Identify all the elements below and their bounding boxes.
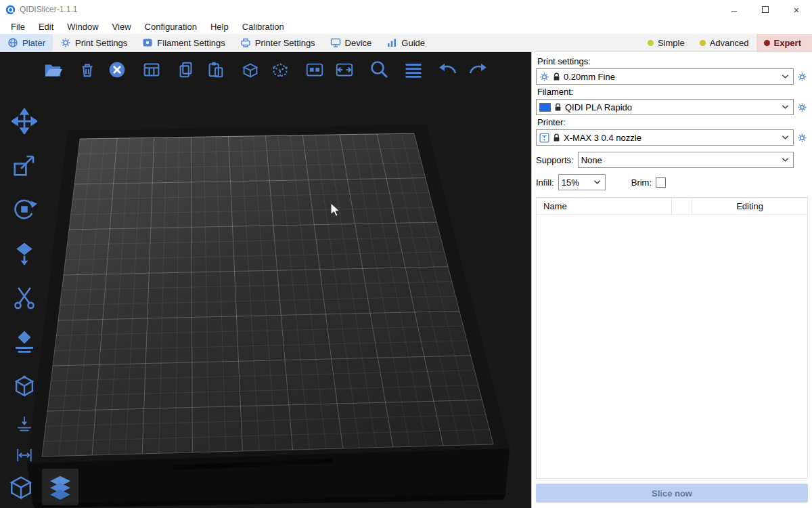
menu-calibration[interactable]: Calibration bbox=[235, 22, 291, 32]
supports-combo[interactable]: None bbox=[578, 152, 794, 168]
brim-checkbox[interactable] bbox=[656, 177, 666, 188]
tools-toolbar bbox=[5, 105, 43, 465]
menu-edit[interactable]: Edit bbox=[32, 22, 60, 32]
object-list-header: Name Editing bbox=[537, 198, 807, 215]
expert-mode-dot-icon bbox=[764, 40, 770, 46]
copy-button[interactable] bbox=[174, 58, 198, 82]
infill-combo[interactable]: 15% bbox=[558, 174, 606, 190]
3d-view-button[interactable] bbox=[3, 469, 39, 505]
printer-icon bbox=[240, 37, 251, 48]
mode-tabs: Simple Advanced Expert bbox=[640, 34, 812, 51]
chevron-down-icon bbox=[782, 135, 789, 140]
menu-file[interactable]: File bbox=[4, 22, 32, 32]
split-parts-icon bbox=[334, 60, 355, 80]
split-parts-button[interactable] bbox=[332, 58, 357, 82]
rotate-tool-button[interactable] bbox=[8, 193, 41, 226]
minimize-button[interactable]: – bbox=[719, 0, 750, 19]
column-header-blank bbox=[672, 198, 692, 214]
scissors-icon bbox=[12, 284, 37, 310]
scale-tool-button[interactable] bbox=[8, 149, 41, 182]
menu-view[interactable]: View bbox=[106, 22, 138, 32]
cut-tool-button[interactable] bbox=[8, 281, 41, 314]
viewport-3d[interactable] bbox=[0, 52, 531, 508]
mouse-cursor bbox=[330, 203, 341, 217]
delete-all-button[interactable] bbox=[105, 58, 129, 82]
column-header-name: Name bbox=[537, 198, 672, 214]
circle-x-icon bbox=[107, 60, 127, 80]
tab-guide-label: Guide bbox=[401, 38, 425, 48]
printer-gear-button[interactable] bbox=[796, 129, 808, 146]
search-button[interactable] bbox=[367, 58, 391, 82]
arrange-button[interactable] bbox=[139, 58, 164, 82]
maximize-icon bbox=[762, 6, 769, 13]
maximize-button[interactable] bbox=[750, 0, 781, 19]
printer-icon bbox=[539, 133, 549, 143]
infill-label: Infill: bbox=[536, 177, 554, 188]
move-tool-button[interactable] bbox=[8, 105, 41, 137]
split-objects-button[interactable] bbox=[302, 58, 327, 82]
remove-instance-button[interactable] bbox=[268, 58, 292, 82]
gear-icon bbox=[60, 37, 71, 48]
place-on-face-tool-button[interactable] bbox=[8, 237, 41, 270]
settings-sidebar: Print settings: 0.20mm Fine Filament: QI… bbox=[531, 52, 812, 508]
print-bed-scene bbox=[0, 52, 531, 508]
support-paint-tool-button[interactable] bbox=[8, 325, 41, 358]
tab-filament-settings[interactable]: Filament Settings bbox=[135, 34, 232, 51]
tab-printer-settings[interactable]: Printer Settings bbox=[233, 34, 323, 51]
tab-filament-settings-label: Filament Settings bbox=[157, 38, 225, 48]
filament-label: Filament: bbox=[537, 87, 808, 97]
add-instance-button[interactable] bbox=[238, 58, 263, 82]
object-list-body[interactable] bbox=[537, 215, 807, 478]
close-button[interactable]: × bbox=[781, 0, 812, 19]
object-list: Name Editing bbox=[536, 197, 808, 479]
column-header-editing: Editing bbox=[692, 198, 807, 214]
open-button[interactable] bbox=[41, 58, 65, 82]
filament-combo[interactable]: QIDI PLA Rapido bbox=[536, 99, 794, 115]
supports-value: None bbox=[581, 155, 602, 165]
simple-mode-dot-icon bbox=[648, 40, 654, 46]
tab-guide[interactable]: Guide bbox=[379, 34, 432, 51]
tab-device-label: Device bbox=[345, 38, 372, 48]
app-window: QIDISlicer-1.1.1 – × File Edit Window Vi… bbox=[0, 0, 812, 508]
menu-help[interactable]: Help bbox=[204, 22, 235, 32]
redo-arrow-icon bbox=[467, 59, 489, 81]
measure-tool-button[interactable] bbox=[8, 369, 41, 402]
lock-icon bbox=[553, 72, 560, 81]
mirror-arrows-icon bbox=[16, 446, 33, 464]
undo-button[interactable] bbox=[436, 58, 460, 82]
mode-advanced-label: Advanced bbox=[710, 38, 749, 48]
print-settings-value: 0.20mm Fine bbox=[564, 72, 615, 82]
menubar: File Edit Window View Configuration Help… bbox=[0, 19, 812, 34]
menu-window[interactable]: Window bbox=[60, 22, 105, 32]
guide-chart-icon bbox=[386, 37, 397, 48]
mode-simple[interactable]: Simple bbox=[640, 34, 692, 51]
app-logo-icon bbox=[5, 5, 16, 15]
tab-device[interactable]: Device bbox=[323, 34, 380, 51]
paste-button[interactable] bbox=[204, 58, 228, 82]
layers-view-button[interactable] bbox=[42, 469, 78, 505]
mode-advanced[interactable]: Advanced bbox=[692, 34, 757, 51]
brim-label: Brim: bbox=[631, 177, 652, 188]
printer-value: X-MAX 3 0.4 nozzle bbox=[564, 133, 641, 143]
slice-now-button[interactable]: Slice now bbox=[536, 484, 808, 503]
print-settings-combo[interactable]: 0.20mm Fine bbox=[536, 68, 794, 85]
filament-gear-button[interactable] bbox=[796, 99, 808, 115]
infill-value: 15% bbox=[562, 177, 579, 188]
search-icon bbox=[368, 59, 390, 81]
gear-icon bbox=[539, 72, 549, 82]
tab-print-settings[interactable]: Print Settings bbox=[53, 34, 135, 51]
menu-configuration[interactable]: Configuration bbox=[138, 22, 204, 32]
printer-combo[interactable]: X-MAX 3 0.4 nozzle bbox=[536, 129, 794, 146]
mode-expert[interactable]: Expert bbox=[757, 34, 812, 51]
redo-button[interactable] bbox=[466, 58, 490, 82]
filament-value: QIDI PLA Rapido bbox=[565, 102, 632, 112]
arrange-grid-icon bbox=[141, 60, 162, 80]
drop-to-bed-tool-button[interactable] bbox=[14, 413, 35, 433]
variable-layer-height-button[interactable] bbox=[401, 58, 426, 82]
delete-button[interactable] bbox=[75, 58, 99, 82]
mirror-tool-button[interactable] bbox=[14, 445, 35, 465]
print-settings-gear-button[interactable] bbox=[796, 68, 808, 85]
lock-icon bbox=[553, 133, 560, 142]
tab-plater[interactable]: Plater bbox=[0, 34, 53, 51]
flatten-icon bbox=[12, 240, 37, 266]
